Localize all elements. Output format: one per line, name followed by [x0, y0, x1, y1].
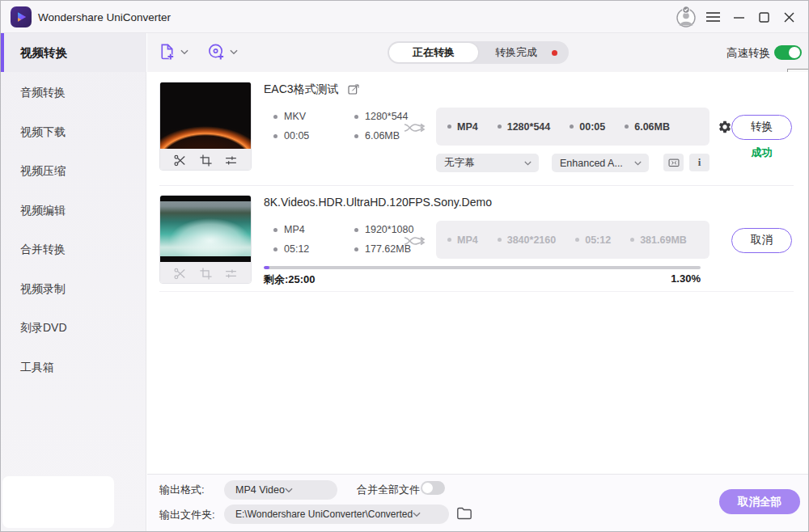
sidebar-item-audio-convert[interactable]: 音频转换 — [1, 73, 146, 112]
settings-gear-icon[interactable] — [718, 120, 732, 134]
subtitle-dropdown[interactable]: 无字幕 — [436, 154, 539, 172]
task2-source-format: MP4 — [273, 224, 305, 235]
tab-converting[interactable]: 正在转换 — [389, 43, 478, 62]
sidebar-item-video-convert[interactable]: 视频转换 — [1, 33, 146, 72]
task1-output-settings: MP4 1280*544 00:05 6.06MB — [436, 108, 709, 146]
output-folder-dropdown[interactable]: E:\Wondershare UniConverter\Converted — [224, 505, 449, 524]
task2-thumbnail-image — [160, 196, 251, 262]
task1-title: EAC3格式测试 — [264, 82, 339, 97]
convert-button[interactable]: 转换 — [731, 115, 792, 140]
notification-dot — [552, 50, 557, 56]
close-icon[interactable] — [782, 11, 795, 23]
task2-title: 8K.Videos.HDR.UltraHD.120FPS.Sony.Demo — [264, 196, 492, 209]
task2-output-size: 381.69MB — [630, 234, 687, 246]
sidebar-item-video-compress[interactable]: 视频压缩 — [1, 151, 146, 190]
progress-bar — [264, 266, 701, 269]
open-folder-icon[interactable] — [456, 506, 472, 521]
menu-icon[interactable] — [705, 11, 720, 23]
title-bar: Wondershare UniConverter — [1, 1, 809, 33]
sidebar-item-toolbox[interactable]: 工具箱 — [1, 348, 146, 386]
task2-output-duration: 05:12 — [575, 234, 611, 246]
subtitle-position-button[interactable] — [663, 154, 684, 171]
convert-arrow-icon — [403, 233, 426, 249]
add-files-button[interactable] — [158, 42, 188, 61]
audio-track-dropdown[interactable]: Enhanced A... — [552, 154, 649, 172]
minimize-icon[interactable] — [733, 11, 745, 23]
uniconverter-window: Wondershare UniConverter 视频转换 — [0, 0, 809, 532]
chevron-down-icon — [524, 161, 532, 166]
sidebar-item-burn-dvd[interactable]: 刻录DVD — [1, 308, 146, 347]
task1-source-size: 6.06MB — [354, 130, 400, 141]
output-folder-label: 输出文件夹: — [159, 508, 215, 522]
task1-output-resolution: 1280*544 — [498, 121, 551, 133]
trim-icon[interactable] — [173, 154, 187, 167]
sidebar-item-video-download[interactable]: 视频下载 — [1, 112, 146, 151]
sidebar-item-screen-record[interactable]: 视频录制 — [1, 269, 146, 308]
task1-status: 成功 — [731, 146, 792, 160]
chevron-down-icon — [285, 488, 293, 493]
task1-source-duration: 00:05 — [273, 130, 309, 141]
chevron-down-icon — [634, 161, 642, 166]
output-format-dropdown[interactable]: MP4 Video — [224, 480, 337, 500]
add-file-icon — [158, 42, 176, 61]
info-button[interactable]: i — [689, 154, 709, 171]
task2-output-resolution: 3840*2160 — [498, 234, 556, 246]
convert-arrow-icon — [403, 120, 426, 136]
cancel-all-button[interactable]: 取消全部 — [719, 489, 800, 514]
load-dvd-button[interactable] — [207, 42, 238, 61]
toolbar: 正在转换 转换完成 高速转换 — [147, 33, 809, 72]
task1-source-format: MKV — [273, 111, 306, 122]
cancel-button[interactable]: 取消 — [731, 228, 792, 253]
task2-output-format: MP4 — [447, 234, 478, 246]
chevron-down-icon — [230, 49, 238, 55]
add-disc-icon — [207, 42, 226, 61]
bottom-bar: 输出格式: MP4 Video 合并全部文件 输出文件夹: E:\Wonders… — [147, 474, 809, 532]
progress-percent: 1.30% — [652, 272, 701, 285]
fast-convert-label: 高速转换 — [726, 46, 770, 61]
task1-thumbnail-image — [160, 82, 251, 149]
task2-thumbnail — [159, 195, 252, 284]
task1-output-duration: 00:05 — [570, 121, 605, 133]
sidebar-item-video-edit[interactable]: 视频编辑 — [1, 191, 146, 230]
task1-thumbnail — [159, 82, 252, 171]
fast-convert-toggle[interactable] — [774, 45, 802, 60]
convert-tabs: 正在转换 转换完成 — [388, 41, 569, 64]
merge-all-toggle[interactable] — [421, 481, 445, 495]
chevron-down-icon — [413, 512, 421, 517]
trim-icon — [173, 267, 187, 281]
sidebar-bottom-panel — [2, 476, 114, 528]
task1-output-size: 6.06MB — [625, 121, 670, 133]
crop-icon — [199, 267, 213, 281]
crop-icon[interactable] — [199, 154, 213, 167]
task1-source-resolution: 1280*544 — [354, 111, 409, 122]
effects-icon[interactable] — [224, 154, 238, 167]
time-remaining: 剩余:25:00 — [264, 272, 316, 287]
app-title: Wondershare UniConverter — [38, 11, 171, 23]
maximize-icon[interactable] — [758, 11, 770, 23]
sidebar: 视频转换 音频转换 视频下载 视频压缩 视频编辑 合并转换 视频录制 刻录DVD… — [1, 33, 146, 532]
chevron-down-icon — [180, 49, 188, 55]
merge-all-label: 合并全部文件 — [357, 483, 420, 497]
account-avatar-icon[interactable] — [675, 6, 697, 28]
task2-output-settings: MP4 3840*2160 05:12 381.69MB — [436, 221, 709, 259]
app-logo-icon — [11, 6, 32, 27]
rename-icon[interactable] — [347, 83, 360, 96]
task2-source-duration: 05:12 — [273, 243, 309, 255]
info-icon: i — [698, 156, 701, 169]
task1-output-format: MP4 — [447, 121, 478, 133]
progress-fill — [264, 266, 269, 269]
effects-icon — [224, 267, 238, 281]
output-format-label: 输出格式: — [159, 483, 205, 497]
sidebar-item-merge-convert[interactable]: 合并转换 — [1, 230, 146, 268]
subtitle-position-icon — [667, 157, 680, 169]
task-list: EAC3格式测试 MKV 1280*544 00:05 6.06MB MP4 1… — [147, 72, 809, 474]
tab-finished[interactable]: 转换完成 — [481, 41, 551, 64]
